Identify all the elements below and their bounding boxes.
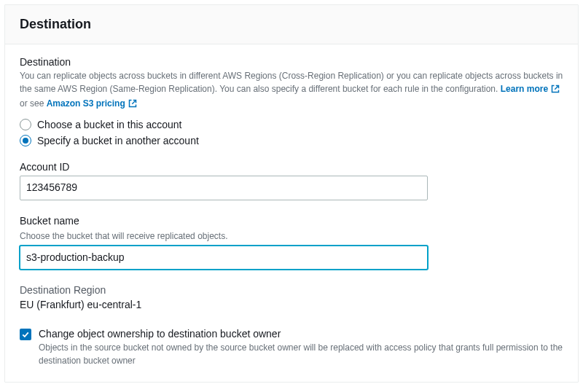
external-link-icon (128, 99, 137, 108)
checkbox-body: Change object ownership to destination b… (39, 328, 563, 367)
radio-icon (20, 119, 31, 130)
account-id-input[interactable] (20, 176, 428, 200)
checkbox-checked-icon (20, 329, 31, 340)
radio-other-account[interactable]: Specify a bucket in another account (20, 135, 563, 146)
destination-region-label: Destination Region (20, 284, 563, 296)
bucket-source-radio-group: Choose a bucket in this account Specify … (20, 119, 563, 146)
destination-intro: Destination You can replicate objects ac… (20, 56, 563, 109)
radio-label: Specify a bucket in another account (37, 135, 199, 146)
radio-label: Choose a bucket in this account (37, 119, 181, 130)
destination-heading: Destination (20, 56, 563, 68)
panel-body: Destination You can replicate objects ac… (5, 44, 578, 382)
destination-region-group: Destination Region EU (Frankfurt) eu-cen… (20, 284, 563, 310)
panel-title: Destination (20, 17, 563, 32)
external-link-icon (551, 85, 560, 93)
bucket-name-group: Bucket name Choose the bucket that will … (20, 215, 563, 270)
destination-panel: Destination Destination You can replicat… (4, 4, 579, 383)
ownership-checkbox-label: Change object ownership to destination b… (39, 328, 563, 340)
or-see-text: or see (20, 98, 47, 109)
or-see-line: or see Amazon S3 pricing (20, 98, 563, 109)
bucket-name-input[interactable] (20, 246, 428, 270)
ownership-checkbox-help: Objects in the source bucket not owned b… (39, 341, 563, 367)
destination-description: You can replicate objects across buckets… (20, 69, 563, 95)
bucket-name-help: Choose the bucket that will receive repl… (20, 230, 563, 243)
account-id-label: Account ID (20, 161, 563, 173)
s3-pricing-link[interactable]: Amazon S3 pricing (47, 98, 137, 109)
destination-description-text: You can replicate objects across buckets… (20, 71, 563, 94)
radio-same-account[interactable]: Choose a bucket in this account (20, 119, 563, 130)
bucket-name-label: Bucket name (20, 215, 563, 227)
account-id-group: Account ID (20, 161, 563, 200)
panel-header: Destination (5, 5, 578, 44)
destination-region-value: EU (Frankfurt) eu-central-1 (20, 299, 563, 310)
radio-icon (20, 135, 31, 146)
learn-more-link[interactable]: Learn more (501, 82, 560, 95)
ownership-checkbox-row[interactable]: Change object ownership to destination b… (20, 328, 563, 367)
